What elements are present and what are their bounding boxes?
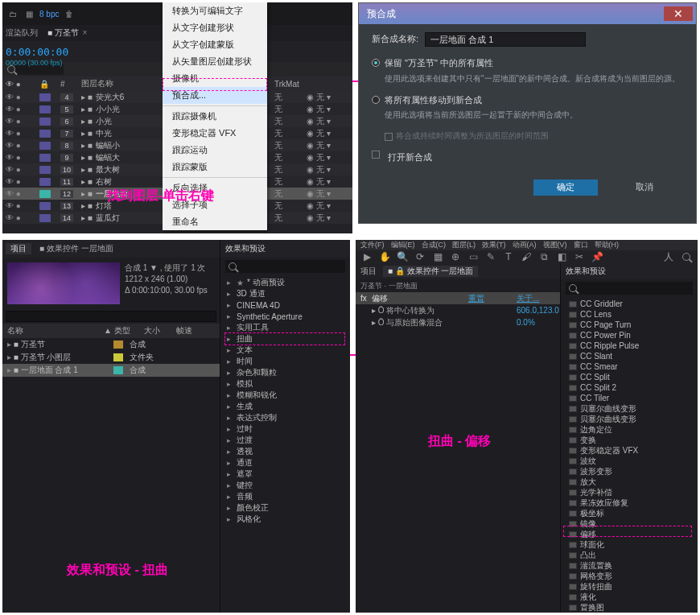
project-item[interactable]: ▸ ■ 一层地面 合成 1合成 <box>2 364 220 377</box>
composition-name-input[interactable] <box>425 32 586 47</box>
effect-category[interactable]: ▸颜色校正 <box>224 502 347 514</box>
project-item[interactable]: ▸ ■ 万圣节 小图层文件夹 <box>2 351 220 364</box>
label-color[interactable] <box>39 190 51 198</box>
layer-trkmat[interactable]: 无 <box>274 152 307 163</box>
effect-property[interactable]: ▸ Ö 将中心转换为606.0,123.0 <box>356 304 560 316</box>
menu-item[interactable]: 编辑(E) <box>391 240 415 250</box>
effect-category[interactable]: ▸键控 <box>224 480 347 491</box>
effect-item[interactable]: 贝塞尔曲线变形 <box>564 403 694 414</box>
label-color[interactable] <box>39 105 51 114</box>
label-color[interactable] <box>39 118 51 126</box>
tab-project[interactable]: 项目 <box>6 243 31 254</box>
menu-item[interactable]: 从文字创建形状 <box>163 19 267 36</box>
menu-item[interactable]: 预合成... <box>163 87 267 104</box>
menu-item[interactable]: 帮助(H) <box>595 240 620 250</box>
effect-item[interactable]: 镜像 <box>564 518 694 529</box>
zoom-tool-icon[interactable]: 🔍 <box>396 250 409 263</box>
visibility-icon[interactable]: 👁 ● <box>6 189 39 198</box>
stamp-tool-icon[interactable]: ⧉ <box>537 250 550 263</box>
ok-button[interactable]: 确定 <box>533 180 598 196</box>
effect-header[interactable]: fx 偏移 重置 关于... <box>356 292 560 304</box>
effect-item[interactable]: 波纹 <box>564 456 694 466</box>
col-name[interactable]: 名称 <box>7 325 104 336</box>
effect-item[interactable]: 湍流置换 <box>564 560 694 571</box>
layer-trkmat[interactable]: 无 <box>274 213 307 224</box>
close-button[interactable]: ✕ <box>664 6 693 21</box>
shape-tool-icon[interactable]: ▭ <box>467 250 480 263</box>
effect-category[interactable]: ▸音频 <box>224 491 347 502</box>
menu-item[interactable]: 文件(F) <box>360 240 385 250</box>
effect-item[interactable]: CC Split 2 <box>564 382 694 393</box>
menu-item[interactable]: 摄像机 <box>163 70 267 87</box>
effect-item[interactable]: 放大 <box>564 477 694 487</box>
layer-trkmat[interactable]: 无 <box>274 128 307 139</box>
label-color[interactable] <box>39 130 51 138</box>
effect-item[interactable]: CC Tiler <box>564 393 694 403</box>
workspace-icon[interactable]: 人 <box>662 250 675 263</box>
about-link[interactable]: 关于... <box>517 293 557 304</box>
menu-item[interactable]: 视图(V) <box>543 240 567 250</box>
option-open-new[interactable]: 打开新合成 <box>372 151 683 165</box>
project-item[interactable]: ▸ ■ 万圣节合成 <box>2 338 220 351</box>
label-color[interactable] <box>39 178 51 186</box>
menu-item[interactable]: 效果(T) <box>482 240 506 250</box>
layer-trkmat[interactable]: 无 <box>274 164 307 175</box>
menu-item[interactable]: 跟踪摄像机 <box>163 108 267 125</box>
effect-item[interactable]: 贝塞尔曲线变形 <box>564 414 694 424</box>
layer-trkmat[interactable]: 无 <box>274 104 307 115</box>
effect-item[interactable]: CC Power Pin <box>564 330 694 341</box>
text-tool-icon[interactable]: T <box>502 250 515 263</box>
effects-search-input[interactable] <box>580 284 690 293</box>
visibility-icon[interactable]: 👁 ● <box>6 213 39 222</box>
folder-icon[interactable]: 🗀 <box>7 8 19 19</box>
effect-category[interactable]: ▸扭曲 <box>224 333 347 345</box>
visibility-icon[interactable]: 👁 ● <box>6 201 39 210</box>
effect-item[interactable]: 旋转扭曲 <box>564 581 694 592</box>
col-framerate[interactable]: 帧速 <box>176 325 208 336</box>
effect-category[interactable]: ▸Synthetic Aperture <box>224 311 347 322</box>
effect-item[interactable]: CC Smear <box>564 361 694 372</box>
effect-item[interactable]: CC Ripple Pulse <box>564 341 694 351</box>
effect-item[interactable]: 凸出 <box>564 550 694 560</box>
layer-trkmat[interactable]: 无 <box>274 92 307 103</box>
menu-item[interactable]: 从文字创建蒙版 <box>163 36 267 53</box>
effect-category[interactable]: ▸★ * 动画预设 <box>224 277 347 288</box>
col-size[interactable]: 大小 <box>144 325 176 336</box>
tab-effect-controls[interactable]: ■ 🔒 效果控件 一层地面 <box>383 266 478 277</box>
camera-tool-icon[interactable]: ▦ <box>431 250 444 263</box>
label-color[interactable] <box>39 202 51 210</box>
layer-trkmat[interactable]: 无 <box>274 140 307 151</box>
label-color[interactable] <box>39 142 51 150</box>
project-search-input[interactable] <box>6 311 216 322</box>
effect-item[interactable]: 网格变形 <box>564 571 694 581</box>
effect-item[interactable]: 光学补偿 <box>564 487 694 497</box>
visibility-icon[interactable]: 👁 ● <box>6 165 39 174</box>
menu-item[interactable]: 从矢量图层创建形状 <box>163 53 267 70</box>
visibility-icon[interactable]: 👁 ● <box>6 141 39 150</box>
puppet-tool-icon[interactable]: 📌 <box>591 250 603 263</box>
menu-item[interactable]: 窗口 <box>574 240 588 250</box>
trash-icon[interactable]: 🗑 <box>64 8 75 19</box>
tab-project[interactable]: 项目 <box>356 266 381 277</box>
pen-tool-icon[interactable]: ✎ <box>484 250 497 263</box>
bpc-indicator[interactable]: 8 bpc <box>39 10 59 19</box>
brush-tool-icon[interactable]: 🖌 <box>520 250 533 263</box>
effect-item[interactable]: CC Slant <box>564 351 694 361</box>
menu-item[interactable]: 重命名 <box>163 213 267 230</box>
property-value[interactable]: 606.0,123.0 <box>517 306 557 315</box>
effect-category[interactable]: ▸模拟 <box>224 378 347 390</box>
timecode[interactable]: 0:00:00:00 <box>6 46 68 58</box>
label-color[interactable] <box>39 166 51 174</box>
visibility-icon[interactable]: 👁 ● <box>6 129 39 138</box>
reset-link[interactable]: 重置 <box>468 293 517 304</box>
effect-category[interactable]: ▸3D 通道 <box>224 288 347 299</box>
fx-toggle-icon[interactable]: fx <box>360 294 372 303</box>
roto-tool-icon[interactable]: ✂ <box>573 250 586 263</box>
effect-item[interactable]: CC Griddler <box>564 299 694 309</box>
visibility-icon[interactable]: 👁 ● <box>6 177 39 186</box>
close-icon[interactable]: × <box>83 28 88 37</box>
menu-item[interactable]: 转换为可编辑文字 <box>163 2 267 19</box>
effect-category[interactable]: ▸通道 <box>224 457 347 468</box>
rotate-tool-icon[interactable]: ⟳ <box>414 250 426 263</box>
tab-effect-controls[interactable]: ■ 效果控件 一层地面 <box>35 243 118 254</box>
